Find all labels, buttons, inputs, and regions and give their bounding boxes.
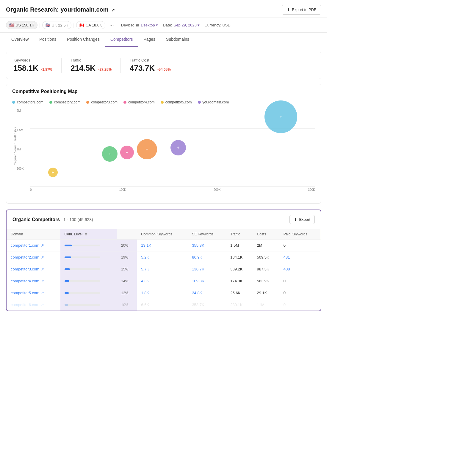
sort-icon-com-level: ☰: [85, 233, 87, 236]
bubble-competitor2[interactable]: [102, 146, 118, 162]
paid-keywords-cell: 0: [279, 240, 321, 251]
x-tick-300k: 300K: [308, 188, 315, 191]
tab-positions[interactable]: Positions: [34, 33, 62, 47]
stats-bar: Keywords 158.1K -1.87% Traffic 214.5K -2…: [6, 52, 321, 79]
organic-competitors-card: Organic Competitors 1 - 100 (45,628) ⬆ E…: [6, 210, 321, 311]
domain-cell: competitor5.com ↗: [7, 287, 60, 299]
traffic-value: 214.5K -27.25%: [71, 64, 112, 73]
com-level-bar-cell: [60, 299, 117, 311]
external-icon: ↗: [41, 243, 44, 248]
external-icon: ↗: [41, 255, 44, 259]
keywords-change: -1.87%: [40, 67, 52, 72]
bar-fill: [65, 268, 70, 270]
tab-overview[interactable]: Overview: [6, 33, 34, 47]
traffic-cell: 280.1K: [226, 299, 253, 311]
bar-track: [65, 256, 100, 258]
traffic-cell: 1.5M: [226, 240, 253, 251]
legend-competitor2: competitor2.com: [49, 100, 81, 104]
paid-keywords-cell: 0: [279, 287, 321, 299]
domain-link-competitor4[interactable]: competitor4.com ↗: [11, 279, 56, 283]
com-level-bar-cell: [60, 275, 117, 287]
y-tick-2m: 2M: [17, 109, 21, 112]
legend-dot-yourdomain: [198, 101, 201, 104]
common-keywords-cell: 5.7K: [137, 263, 188, 275]
tab-subdomains[interactable]: Subdomains: [161, 33, 195, 47]
upload-icon: ⬆: [287, 7, 290, 12]
competitors-table: Domain Com. Level ☰ Common Keywords SE K…: [7, 229, 321, 311]
bubble-yourdomain[interactable]: [170, 140, 186, 155]
costs-cell: 987.3K: [253, 263, 279, 275]
traffic-cost-change: -54.05%: [156, 67, 171, 72]
se-keywords-cell: 136.7K: [188, 263, 226, 275]
y-tick-500k: 500K: [17, 167, 24, 170]
table-row: competitor3.com ↗ 15% 5.7K 136.7K 389.2K…: [7, 263, 321, 275]
y-tick-15m: 1.5M: [17, 128, 23, 132]
traffic-cost-value: 473.7K -54.05%: [130, 64, 171, 73]
com-level-pct-cell: 15%: [117, 263, 137, 275]
com-level-pct-cell: 14%: [117, 275, 137, 287]
domain-link-competitor6[interactable]: competitor6.com ↗: [11, 303, 56, 307]
traffic-cost-label: Traffic Cost: [130, 58, 171, 62]
bar-track: [65, 280, 100, 282]
nav-tabs: Overview Positions Position Changes Comp…: [0, 33, 327, 47]
bubble-competitor5[interactable]: [48, 168, 58, 177]
col-com-level[interactable]: Com. Level ☰: [60, 229, 117, 240]
region-ca[interactable]: 🇨🇦 CA 18.6K: [76, 21, 105, 29]
traffic-cell: 174.3K: [226, 275, 253, 287]
region-us[interactable]: 🇺🇸 US 158.1K: [6, 21, 37, 29]
bubble-competitor4[interactable]: [120, 146, 134, 159]
table-export-button[interactable]: ⬆ Export: [289, 215, 315, 224]
domain-link-competitor5[interactable]: competitor5.com ↗: [11, 291, 56, 295]
domain-cell: competitor2.com ↗: [7, 251, 60, 263]
more-regions-button[interactable]: ···: [107, 21, 116, 29]
chart-area: 2M 1.5M 1M 500K 0: [30, 109, 315, 186]
table-row: competitor5.com ↗ 12% 1.8K 34.8K 25.6K 2…: [7, 287, 321, 299]
bar-fill: [65, 304, 68, 306]
legend-dot-competitor3: [86, 101, 89, 104]
tab-competitors[interactable]: Competitors: [105, 33, 138, 47]
com-level-bar-cell: [60, 263, 117, 275]
tab-pages[interactable]: Pages: [138, 33, 161, 47]
common-keywords-cell: 13.1K: [137, 240, 188, 251]
paid-keywords-cell: 0: [279, 275, 321, 287]
legend-dot-competitor5: [161, 101, 164, 104]
domain-link-competitor3[interactable]: competitor3.com ↗: [11, 267, 56, 271]
domain-link-competitor2[interactable]: competitor2.com ↗: [11, 255, 56, 259]
com-pct: 20%: [121, 243, 128, 248]
device-selector[interactable]: Device: 🖥 Desktop ▾: [121, 23, 158, 27]
legend-dot-competitor2: [49, 101, 52, 104]
com-level-bar: [65, 268, 113, 270]
x-axis-line: [30, 186, 315, 186]
flag-us: 🇺🇸: [9, 23, 14, 27]
region-uk[interactable]: 🇬🇧 UK 22.6K: [42, 21, 72, 29]
top-bar: Organic Research: yourdomain.com ↗ ⬆ Exp…: [0, 0, 327, 18]
traffic-change: -27.25%: [97, 67, 112, 72]
costs-cell: 2M: [253, 240, 279, 251]
domain-cell: competitor1.com ↗: [7, 240, 60, 251]
date-selector[interactable]: Date: Sep 29, 2023 ▾: [163, 23, 200, 27]
domain-link-competitor1[interactable]: competitor1.com ↗: [11, 243, 56, 248]
grid-line-75: [30, 167, 315, 167]
paid-keywords-cell: 481: [279, 251, 321, 263]
external-link-icon[interactable]: ↗: [111, 8, 115, 12]
external-icon: ↗: [41, 279, 44, 283]
bar-fill: [65, 245, 72, 246]
x-tick-0: 0: [30, 188, 32, 191]
grid-line-bottom: [30, 186, 315, 187]
export-pdf-button[interactable]: ⬆ Export to PDF: [282, 5, 321, 15]
col-bar: [117, 229, 137, 240]
se-keywords-cell: 355.3K: [188, 240, 226, 251]
bubble-competitor3[interactable]: [137, 139, 157, 159]
bar-fill: [65, 256, 71, 258]
paid-keywords-cell: 0: [279, 299, 321, 311]
stat-keywords: Keywords 158.1K -1.87%: [13, 58, 62, 73]
legend-yourdomain: yourdomain.com: [198, 100, 229, 104]
com-level-bar-cell: [60, 251, 117, 263]
se-keywords-cell: 86.9K: [188, 251, 226, 263]
tab-position-changes[interactable]: Position Changes: [62, 33, 105, 47]
flag-ca: 🇨🇦: [79, 23, 84, 27]
common-keywords-cell: 5.2K: [137, 251, 188, 263]
common-keywords-cell: 6.6K: [137, 299, 188, 311]
positioning-map-card: Competitive Positioning Map competitor1.…: [6, 84, 321, 204]
bubble-competitor1[interactable]: [264, 100, 297, 133]
